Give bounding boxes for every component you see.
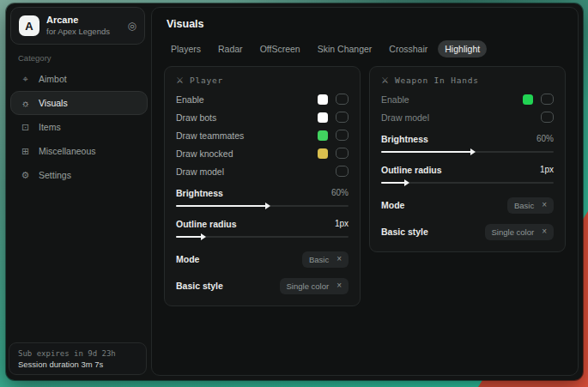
slider[interactable] [176,232,349,242]
checkbox[interactable] [336,148,349,159]
slider[interactable] [381,178,554,188]
slider[interactable] [176,201,349,211]
checkbox[interactable] [336,112,349,123]
select-chip[interactable]: Basic × [302,251,349,268]
checkbox[interactable] [541,112,554,123]
session-duration-text: Session duration 3m 7s [18,360,137,369]
select-label: Mode [381,200,404,210]
chip-value: Basic [309,255,329,264]
toggle-row-draw-model: Draw model [176,162,349,180]
color-swatch[interactable] [523,94,533,105]
tab-label: OffScreen [260,44,300,54]
select-label: Basic style [381,227,428,237]
sidebar-item-miscellaneous[interactable]: ⊞ Miscellaneous [10,139,148,163]
crosshair-icon: ⌖ [20,74,31,85]
select-label: Basic style [176,281,223,291]
toggle-label: Draw model [176,166,224,177]
sub-expires-text: Sub expires in 9d 23h [18,349,137,358]
slider-label: Brightness [176,188,223,198]
tab-players[interactable]: Players [164,40,208,57]
tab-label: Crosshair [389,44,427,54]
tab-label: Highlight [445,44,480,54]
sidebar-item-settings[interactable]: ⚙ Settings [10,163,148,187]
sidebar-item-items[interactable]: ⊡ Items [10,115,148,139]
checkbox[interactable] [336,166,349,177]
slider-fill [381,151,471,153]
slider-fill [381,182,405,184]
panel-body: Enable Draw model Brightness 60% Outline… [381,90,554,241]
slider-thumb[interactable] [201,233,206,240]
tab-offscreen[interactable]: OffScreen [253,40,307,57]
checkbox[interactable] [541,94,554,105]
app-title: Arcane [46,15,121,27]
crossed-swords-icon: ⚔ [176,76,184,85]
tab-radar[interactable]: Radar [211,40,250,57]
slider-row-brightness: Brightness 60% [176,186,349,211]
sidebar-item-label: Settings [39,170,71,180]
checkbox[interactable] [336,130,349,141]
panel-title: Weapon In Hands [395,76,479,85]
toggle-label: Draw model [381,112,429,123]
brand-card: A Arcane for Apex Legends ◎ [10,7,145,45]
color-swatch[interactable] [318,112,328,123]
select-row-mode: Mode Basic × [176,250,349,269]
page-title: Visuals [167,18,566,30]
toggle-row-enable: Enable [381,90,554,108]
slider-value: 60% [536,134,554,143]
tab-label: Players [171,44,201,54]
toggle-row-draw-model: Draw model [381,108,554,126]
toggle-label: Enable [176,94,204,105]
sidebar-item-label: Items [39,122,61,132]
checkbox[interactable] [336,94,349,105]
subscription-status-card: Sub expires in 9d 23h Session duration 3… [9,342,147,375]
chip-value: Basic [514,201,534,210]
toggle-label: Enable [381,94,409,105]
chip-remove-icon[interactable]: × [336,281,342,290]
slider-fill [176,205,266,207]
panel-header: ⚔ Weapon In Hands [381,76,554,85]
chip-remove-icon[interactable]: × [542,201,547,209]
slider-thumb[interactable] [470,148,476,155]
slider-thumb[interactable] [265,203,270,209]
select-chip[interactable]: Single color × [280,278,349,294]
toggle-label: Draw teammates [176,130,244,141]
app-subtitle: for Apex Legends [46,27,121,37]
slider-row-outline-radius: Outline radius 1px [381,163,554,188]
tab-skin-changer[interactable]: Skin Changer [311,40,379,57]
toggle-row-enable: Enable [176,90,349,108]
slider[interactable] [381,147,554,157]
panel-player: ⚔ Player Enable Draw bots Draw teammates… [164,66,361,306]
target-icon[interactable]: ◎ [128,20,136,32]
color-swatch[interactable] [318,94,328,105]
toggle-label: Draw knocked [176,148,233,159]
panel-title: Player [190,76,223,85]
toggle-row-draw-teammates: Draw teammates [176,126,349,144]
sidebar-item-label: Miscellaneous [39,146,96,156]
tab-label: Radar [218,44,243,54]
tab-highlight[interactable]: Highlight [438,40,487,57]
select-row-mode: Mode Basic × [381,196,554,215]
slider-value: 60% [331,188,349,197]
sidebar-item-aimbot[interactable]: ⌖ Aimbot [10,67,148,91]
grid-icon: ⊞ [20,146,31,157]
chip-remove-icon[interactable]: × [542,227,547,236]
sidebar-item-label: Aimbot [39,74,67,84]
toggle-label: Draw bots [176,112,216,123]
slider-thumb[interactable] [404,179,409,186]
chip-remove-icon[interactable]: × [336,255,342,263]
crossed-swords-icon: ⚔ [381,76,389,85]
app-logo: A [19,15,39,36]
select-chip[interactable]: Basic × [507,197,554,214]
panel-weapon-in-hands: ⚔ Weapon In Hands Enable Draw model Brig… [369,66,566,252]
toggle-row-draw-bots: Draw bots [176,108,349,126]
slider-row-brightness: Brightness 60% [381,132,554,157]
color-swatch[interactable] [318,148,328,159]
select-chip[interactable]: Single color × [485,224,554,240]
settings-panels: ⚔ Player Enable Draw bots Draw teammates… [164,66,566,306]
slider-value: 1px [540,165,554,174]
color-swatch[interactable] [318,130,328,141]
sidebar-item-visuals[interactable]: ☼ Visuals [10,91,148,115]
slider-label: Outline radius [176,219,237,229]
tab-crosshair[interactable]: Crosshair [382,40,434,57]
brand-text: Arcane for Apex Legends [46,15,121,37]
